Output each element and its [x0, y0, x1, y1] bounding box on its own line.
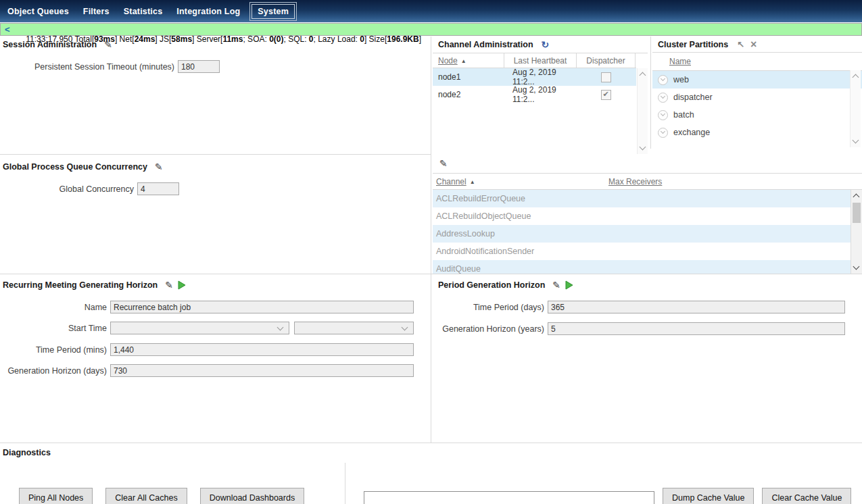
panel-title: Cluster Partitions [658, 40, 728, 49]
dispatcher-checkbox[interactable] [601, 90, 611, 100]
edit-icon[interactable]: ✎ [155, 162, 163, 172]
diagnostics-button[interactable]: Ping All Nodes [19, 488, 93, 504]
column-header-channel[interactable]: Channel▲ [433, 177, 475, 186]
cache-tools: Dump Cache ValueClear Cache Value [364, 488, 851, 504]
session-timeout-input[interactable] [178, 60, 220, 73]
panel-title: Diagnostics [3, 448, 51, 457]
scrollbar[interactable] [637, 68, 648, 154]
channel-row[interactable]: AndroidNotificationSender [433, 243, 851, 260]
cache-key-input[interactable] [364, 491, 654, 504]
scrollbar[interactable] [850, 70, 861, 147]
partition-row[interactable]: dispatcher [652, 89, 862, 106]
field-label: Start Time [0, 324, 110, 333]
field-label: Name [0, 303, 110, 312]
start-time-hour-select[interactable] [110, 322, 289, 334]
channel-table-columns: Channel▲ Max Receivers [433, 173, 862, 190]
scroll-up-icon[interactable] [853, 194, 859, 201]
row-dropdown-icon[interactable] [658, 93, 668, 103]
row-dropdown-icon[interactable] [658, 110, 668, 120]
diagnostics-button[interactable]: Clear All Caches [105, 488, 187, 504]
channel-row[interactable]: AddressLookup [433, 225, 851, 243]
field-label: Global Concurrency [0, 184, 137, 194]
cluster-columns: Name [652, 53, 862, 71]
recurring-meeting-header: Recurring Meeting Generating Horizon ✎ [3, 279, 187, 291]
scroll-down-icon[interactable] [639, 144, 646, 151]
divider [650, 36, 651, 149]
generation-horizon-input[interactable] [110, 364, 414, 377]
node-row[interactable]: node1 Aug 2, 2019 11:2... [433, 68, 636, 86]
generation-horizon-row: Generation Horizon (days) [0, 364, 414, 377]
scrollbar[interactable] [851, 190, 862, 274]
edit-icon[interactable]: ✎ [439, 159, 448, 168]
diagnostics-buttons: Ping All NodesClear All CachesDownload D… [19, 488, 304, 504]
partition-name: exchange [673, 128, 710, 137]
partition-row[interactable]: batch [652, 106, 862, 124]
node-name: node1 [433, 72, 504, 82]
time-period-input[interactable] [110, 343, 414, 356]
channel-admin-columns: Node▲ Last Heartbeat Dispatcher [433, 53, 636, 68]
diagnostics-header: Diagnostics [3, 447, 51, 459]
edit-icon[interactable]: ✎ [552, 280, 560, 290]
node-heartbeat: Aug 2, 2019 11:2... [504, 85, 576, 104]
timing-segment: ] [419, 34, 421, 44]
field-label: Generation Horizon (years) [433, 324, 548, 334]
diagnostics-button[interactable]: Download Dashboards [200, 488, 304, 504]
panel-title: Recurring Meeting Generating Horizon [3, 280, 158, 290]
edit-icon[interactable]: ✎ [104, 40, 112, 49]
scroll-down-icon[interactable] [853, 263, 859, 270]
row-dropdown-icon[interactable] [658, 128, 668, 138]
partition-name: batch [673, 110, 694, 120]
channel-admin-rows: node1 Aug 2, 2019 11:2... node2 Aug 2, 2… [433, 68, 648, 103]
timing-segment: 0 [309, 34, 314, 44]
cache-button[interactable]: Dump Cache Value [663, 488, 754, 504]
column-header-name[interactable]: Name [669, 57, 691, 66]
run-icon[interactable] [565, 280, 574, 290]
timing-segment: 11ms [222, 34, 243, 44]
session-timeout-row: Persistent Session Timeout (minutes) [0, 60, 220, 73]
scroll-down-icon[interactable] [852, 137, 859, 144]
timing-segment: ] JS[ [155, 34, 171, 44]
refresh-icon[interactable]: ↻ [542, 40, 550, 49]
timing-segment: ; SQL: [283, 34, 308, 44]
sort-asc-icon: ▲ [470, 179, 475, 185]
column-header-max-receivers[interactable]: Max Receivers [608, 177, 662, 186]
cache-button[interactable]: Clear Cache Value [762, 488, 851, 504]
run-icon[interactable] [177, 280, 187, 290]
channel-row[interactable]: AuditQueue [433, 260, 851, 274]
close-icon[interactable]: × [750, 40, 757, 49]
column-header-last-heartbeat[interactable]: Last Heartbeat [504, 53, 576, 68]
timing-segment: ] Size[ [364, 34, 387, 44]
dispatcher-checkbox[interactable] [601, 72, 611, 82]
row-dropdown-icon[interactable] [658, 75, 668, 85]
scroll-up-icon[interactable] [852, 74, 859, 81]
time-period-days-input[interactable] [548, 301, 845, 313]
scrollbar-thumb[interactable] [853, 203, 861, 223]
name-row: Name [0, 301, 414, 313]
job-name-input[interactable] [110, 301, 414, 313]
generation-horizon-years-input[interactable] [548, 322, 845, 335]
start-time-zone-select[interactable] [294, 322, 414, 334]
column-header-node[interactable]: Node▲ [433, 56, 504, 66]
partition-row[interactable]: web [652, 71, 862, 89]
timing-segment: 0 [360, 34, 364, 44]
channel-table-toolbar: ✎ [433, 154, 862, 173]
time-period-days-row: Time Period (days) [433, 301, 845, 313]
divider [345, 463, 345, 504]
divider [0, 274, 862, 274]
column-header-dispatcher[interactable]: Dispatcher [576, 53, 636, 68]
global-concurrency-input[interactable] [137, 182, 179, 195]
back-chevron-icon[interactable]: < [5, 24, 10, 34]
scroll-up-icon[interactable] [639, 72, 646, 79]
popout-arrow-icon[interactable]: ↖ [737, 39, 744, 49]
channel-admin-header: Channel Administration ↻ [433, 36, 648, 53]
node-row[interactable]: node2 Aug 2, 2019 11:2... [433, 86, 636, 103]
channel-row[interactable]: ACLRebuildErrorQueue [433, 190, 851, 207]
edit-icon[interactable]: ✎ [165, 280, 173, 290]
node-name: node2 [433, 90, 504, 99]
partition-row[interactable]: exchange [652, 124, 862, 141]
channel-row[interactable]: ACLRebuildObjectQueue [433, 207, 851, 225]
timing-segment: ] Net[ [115, 34, 135, 44]
global-concurrency-row: Global Concurrency [0, 182, 179, 195]
partition-name: dispatcher [673, 93, 713, 102]
channel-table-rows: ACLRebuildErrorQueue ACLRebuildObjectQue… [433, 190, 862, 274]
